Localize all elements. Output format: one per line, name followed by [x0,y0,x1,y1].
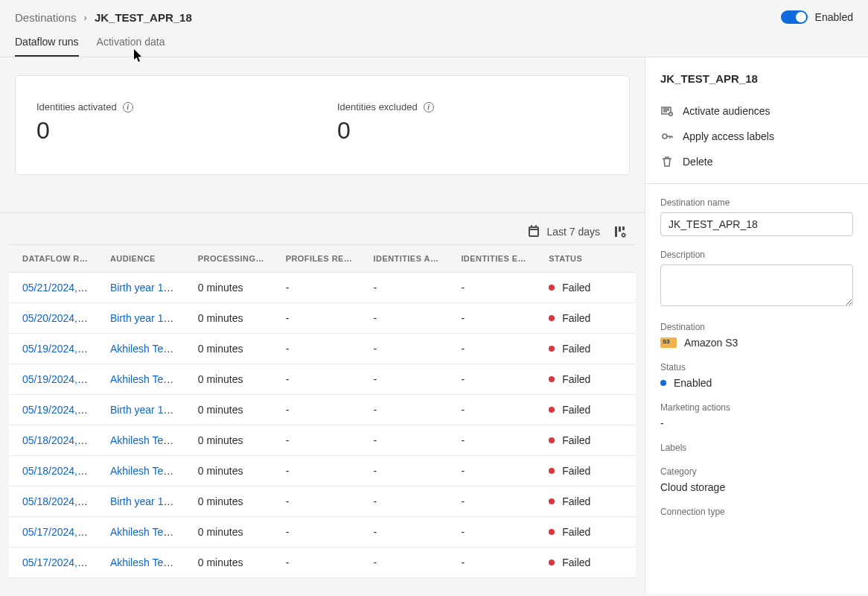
cell-status: Failed [535,425,636,456]
run-start-link[interactable]: 05/19/2024, 8… [22,373,97,385]
cell-identities-activated: - [360,364,448,395]
cell-status: Failed [535,273,636,303]
column-settings-button[interactable] [613,225,627,238]
cell-profiles: - [272,303,360,334]
audience-link[interactable]: Akhilesh Test… [110,373,182,385]
cell-status: Failed [535,548,636,578]
cell-identities-excluded: - [447,486,535,517]
table-row[interactable]: 05/17/2024, 8…Akhilesh Test…0 minutes---… [9,548,636,578]
status-failed-dot-icon [549,498,555,504]
info-icon[interactable]: i [123,102,133,112]
run-start-link[interactable]: 05/19/2024, 9… [22,343,97,355]
action-apply-access-labels[interactable]: Apply access labels [660,124,853,149]
cell-identities-activated: - [360,486,448,517]
action-delete-label: Delete [683,156,712,168]
field-status-label: Status [660,362,853,372]
stats-card: Identities activated i 0 Identities excl… [15,75,630,175]
run-start-link[interactable]: 05/20/2024, 1… [22,312,97,324]
cell-identities-activated: - [360,548,448,578]
table-row[interactable]: 05/19/2024, 8…Akhilesh Test…0 minutes---… [9,364,636,395]
table-row[interactable]: 05/20/2024, 1…Birth year 19…0 minutes---… [9,303,636,334]
col-status[interactable]: STATUS [535,245,636,273]
audience-link[interactable]: Akhilesh Test… [110,434,182,446]
run-start-link[interactable]: 05/21/2024, 1… [22,282,97,294]
col-processing-duration[interactable]: PROCESSING D… [185,245,272,273]
table-row[interactable]: 05/21/2024, 1…Birth year 19…0 minutes---… [9,273,636,303]
category-value: Cloud storage [660,481,853,493]
cell-identities-excluded: - [447,303,535,334]
description-input[interactable] [660,264,853,306]
destination-name-input[interactable] [660,212,853,236]
enabled-toggle[interactable] [781,10,808,24]
field-description-label: Description [660,250,853,260]
cell-status: Failed [535,456,636,486]
cell-profiles: - [272,334,360,364]
amazon-s3-icon [660,337,677,348]
status-failed-dot-icon [549,559,555,565]
key-icon [660,130,674,143]
info-icon[interactable]: i [424,102,434,112]
action-activate-label: Activate audiences [683,105,770,117]
cell-identities-activated: - [360,334,448,364]
cell-identities-excluded: - [447,456,535,486]
run-start-link[interactable]: 05/18/2024, 9… [22,434,97,446]
destination-value: Amazon S3 [684,337,738,349]
col-profiles-received[interactable]: PROFILES RECEI… [272,245,360,273]
audience-link[interactable]: Birth year 19… [110,404,179,416]
cell-status: Failed [535,303,636,334]
cell-identities-excluded: - [447,364,535,395]
cell-identities-activated: - [360,395,448,425]
table-row[interactable]: 05/18/2024, 9…Akhilesh Test…0 minutes---… [9,425,636,456]
chevron-right-icon: › [84,12,87,23]
audience-link[interactable]: Birth year 19… [110,312,179,324]
audience-link[interactable]: Akhilesh Test… [110,557,182,568]
tab-activation-data[interactable]: Activation data [97,31,165,57]
tab-bar: Dataflow runs Activation data [0,31,868,57]
col-identities-activated[interactable]: IDENTITIES ACTI… [360,245,448,273]
cell-status: Failed [535,486,636,517]
cell-profiles: - [272,517,360,548]
calendar-icon [527,225,540,238]
audience-link[interactable]: Birth year 19… [110,282,179,294]
cell-identities-activated: - [360,425,448,456]
breadcrumb-root: Destinations [15,11,77,24]
audience-link[interactable]: Akhilesh Test… [110,526,182,538]
audience-link[interactable]: Akhilesh Test… [110,465,182,477]
action-delete[interactable]: Delete [660,149,853,174]
cell-status: Failed [535,334,636,364]
cell-profiles: - [272,273,360,303]
col-identities-excluded[interactable]: IDENTITIES EXC… [447,245,535,273]
col-audience[interactable]: AUDIENCE [97,245,185,273]
field-connection-type-label: Connection type [660,507,853,517]
cell-profiles: - [272,395,360,425]
stat-identities-activated-value: 0 [36,117,307,145]
date-range-picker[interactable]: Last 7 days [527,225,600,238]
table-row[interactable]: 05/19/2024, 1…Birth year 19…0 minutes---… [9,395,636,425]
run-start-link[interactable]: 05/17/2024, 9… [22,526,97,538]
cell-identities-excluded: - [447,273,535,303]
tab-dataflow-runs[interactable]: Dataflow runs [15,31,79,57]
breadcrumb-root-link[interactable]: Destinations [15,11,77,24]
status-failed-dot-icon [549,346,555,352]
cell-duration: 0 minutes [185,364,272,395]
status-failed-dot-icon [549,529,555,535]
cell-profiles: - [272,456,360,486]
field-dest-name-label: Destination name [660,197,853,208]
table-row[interactable]: 05/18/2024, 1…Birth year 19…0 minutes---… [9,486,636,517]
cell-duration: 0 minutes [185,273,272,303]
cell-profiles: - [272,425,360,456]
cell-identities-excluded: - [447,395,535,425]
cell-duration: 0 minutes [185,334,272,364]
table-row[interactable]: 05/18/2024, 8…Akhilesh Test…0 minutes---… [9,456,636,486]
run-start-link[interactable]: 05/17/2024, 8… [22,557,97,568]
col-dataflow-run-start[interactable]: DATAFLOW RUN… [9,245,97,273]
cell-status: Failed [535,517,636,548]
run-start-link[interactable]: 05/18/2024, 1… [22,495,97,507]
audience-link[interactable]: Akhilesh Test… [110,343,182,355]
action-activate-audiences[interactable]: Activate audiences [660,98,853,124]
run-start-link[interactable]: 05/19/2024, 1… [22,404,97,416]
table-row[interactable]: 05/17/2024, 9…Akhilesh Test…0 minutes---… [9,517,636,548]
run-start-link[interactable]: 05/18/2024, 8… [22,465,97,477]
table-row[interactable]: 05/19/2024, 9…Akhilesh Test…0 minutes---… [9,334,636,364]
audience-link[interactable]: Birth year 19… [110,495,179,507]
